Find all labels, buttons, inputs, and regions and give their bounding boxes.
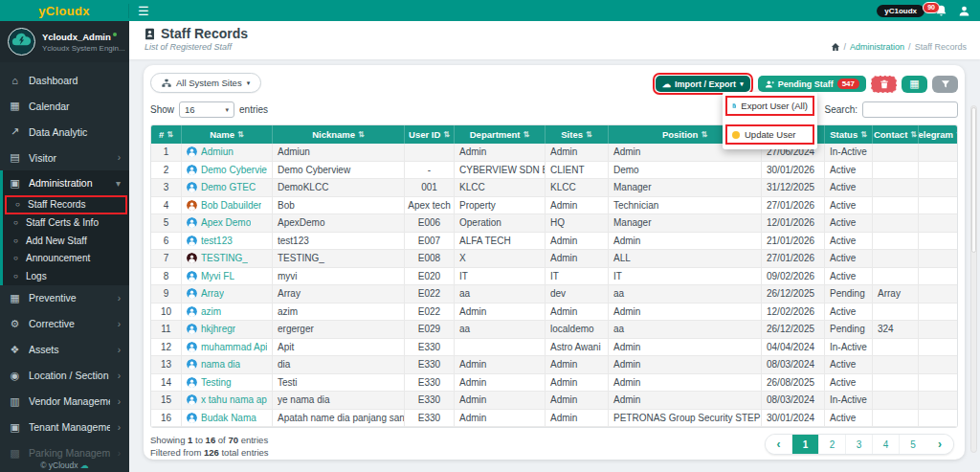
cell-department [455,339,546,357]
page-size-select[interactable]: 16 ▾ [179,101,234,118]
cell-contact [873,233,919,251]
user-avatar-icon [187,271,197,281]
tag-icon: ❖ [9,344,21,356]
cell-position: Manager [609,214,762,233]
cell-status: Active [825,179,873,197]
sidebar-item[interactable]: ▥ Vendor Management › [0,389,129,415]
column-header[interactable]: Contact ⇅ [873,125,919,144]
staff-name-link[interactable]: Testing [201,377,232,388]
sidebar-subitem[interactable]: ○ Staff Records [5,195,127,214]
pagination-page[interactable]: 5 [900,435,926,454]
notifications-button[interactable]: 90 [935,5,947,17]
column-header[interactable]: # ⇅ [151,125,182,144]
user-avatar-icon [187,342,197,352]
staff-name-link[interactable]: TESTING_ [201,253,248,263]
menu-item-export-user[interactable]: Export User (All) [725,96,814,116]
cell-date: 27/01/2026 [762,197,825,215]
column-header[interactable]: Department ⇅ [455,125,546,144]
cell-user-id: E330 [405,410,455,428]
column-header[interactable]: Nickname ⇅ [273,125,405,144]
yellow-dot-icon [732,131,740,139]
sidebar-item[interactable]: ▦ Calendar [0,93,129,119]
all-system-sites-dropdown[interactable]: All System Sites ▾ [150,73,261,93]
circle-icon: ○ [11,254,20,262]
cell-index: 1 [151,144,182,162]
delete-button[interactable] [871,76,897,93]
sidebar-subitem[interactable]: ○ Add New Staff [3,232,129,250]
pagination-page[interactable]: 4 [873,435,900,454]
sidebar-subitem[interactable]: ○ Announcement [3,250,129,268]
pagination-prev[interactable]: ‹ [766,435,792,454]
cell-position: Admin [609,233,762,251]
sort-icon: ⇅ [910,130,917,139]
cell-nickname: Testi [273,374,405,393]
staff-name-link[interactable]: Array [201,288,224,299]
cell-index: 12 [151,339,182,357]
admin-icon: ▣ [9,177,21,190]
import-export-button[interactable]: ☁ Import / Export ▾ [656,76,750,92]
sidebar-item[interactable]: ⌂ Dashboard [0,67,129,93]
column-header[interactable]: User ID ⇅ [405,125,455,144]
cell-index: 7 [151,250,182,268]
sidebar-subitem[interactable]: ○ Staff Certs & Info [3,214,129,233]
tenant-icon: ▣ [9,421,21,434]
cell-date: 27/01/2026 [762,250,825,268]
cell-name: Testing [182,374,273,393]
staff-name-link[interactable]: Admiun [201,146,234,157]
staff-name-link[interactable]: Demo Cyberview [201,165,267,175]
user-avatar-icon [187,200,197,211]
breadcrumb-current: Staff Records [915,42,967,52]
staff-name-link[interactable]: Myvi FL [201,271,234,281]
cell-status: Pending [825,321,873,339]
pagination-page[interactable]: 1 [792,435,819,454]
sidebar-item[interactable]: ⚙ Corrective › [0,311,129,337]
pending-staff-button[interactable]: Pending Staff 547 [758,76,866,92]
sidebar-subitem[interactable]: ○ Logs [3,267,129,285]
search-input[interactable] [862,101,958,118]
cell-nickname: Apatah name dia panjang sangat [273,410,405,428]
cell-date: 30/01/2026 [762,162,825,180]
staff-name-link[interactable]: Demo GTEC [201,182,256,192]
cell-sites: Admin [546,303,609,322]
home-icon[interactable] [831,42,840,52]
home-icon: ⌂ [9,75,21,86]
sidebar-item[interactable]: ▣ Tenant Management › [0,415,129,440]
staff-name-link[interactable]: muhammad Apit [201,342,267,352]
filter-icon [941,79,950,89]
menu-item-update-user[interactable]: Update User [725,124,814,145]
staff-name-link[interactable]: test123 [201,236,233,246]
menu-icon[interactable]: ☰ [138,5,149,17]
sidebar-item-administration[interactable]: ▣ Administration ▾ [3,170,129,195]
pagination-page[interactable]: 2 [819,435,846,454]
sidebar-item[interactable]: ◉ Location / Section › [0,363,129,389]
pagination-page[interactable]: 3 [846,435,873,454]
scrollbar-thumb[interactable] [971,107,976,253]
sidebar-item[interactable]: ▤ Visitor › [0,145,129,170]
column-header[interactable]: Name ⇅ [182,125,273,144]
sidebar-item[interactable]: ❖ Assets › [0,337,129,363]
staff-name-link[interactable]: x tahu nama apa [201,394,267,405]
staff-name-link[interactable]: Apex Demo [201,217,251,228]
breadcrumb-link-administration[interactable]: Administration [850,42,904,52]
sidebar-item[interactable]: ↗ Data Analytic [0,119,129,145]
pagination-next[interactable]: › [926,435,953,454]
staff-name-link[interactable]: hkjhregr [201,324,235,334]
user-menu-button[interactable] [958,5,970,17]
staff-name-link[interactable]: azim [201,306,221,317]
filter-button[interactable] [932,76,958,93]
table-view-button[interactable]: ▦ [902,76,927,93]
staff-name-link[interactable]: Bob Dabuilder [201,200,261,211]
column-header[interactable]: Sites ⇅ [546,125,609,144]
column-header[interactable]: Telegram ⇅ [919,125,957,144]
staff-name-link[interactable]: Budak Nama [201,413,256,423]
table-summary: Showing 1 to 16 of 70 entries Filtered f… [150,434,269,460]
staff-name-link[interactable]: nama dia [201,359,240,370]
sidebar-item[interactable]: ▦ Preventive › [0,285,129,311]
cell-index: 14 [151,374,182,393]
user-avatar-icon [187,413,197,423]
scrollbar[interactable] [970,105,977,453]
column-header[interactable]: Status ⇅ [825,125,873,144]
cell-user-id: E020 [405,268,455,286]
cell-name: Demo GTEC [182,179,273,197]
cell-contact [873,374,919,393]
